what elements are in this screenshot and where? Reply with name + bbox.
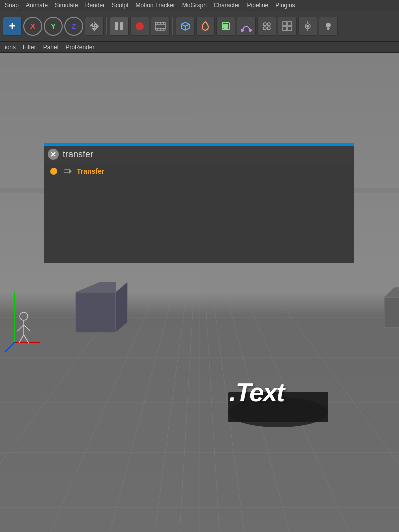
- 3d-viewport[interactable]: .Text: [0, 53, 399, 532]
- svg-point-21: [263, 27, 266, 30]
- search-input-field[interactable]: [63, 149, 350, 160]
- svg-point-31: [326, 23, 331, 28]
- menu-mograph[interactable]: MoGraph: [179, 1, 210, 10]
- result-orange-circle-icon: [50, 168, 57, 175]
- menu-motion-tracker[interactable]: Motion Tracker: [132, 1, 178, 10]
- svg-point-22: [267, 27, 270, 30]
- subtool-panel[interactable]: Panel: [40, 43, 62, 52]
- svg-point-17: [241, 29, 243, 31]
- svg-point-28: [307, 25, 309, 27]
- record-button[interactable]: [130, 17, 149, 36]
- subtool-filter[interactable]: Filter: [20, 43, 39, 52]
- menu-plugins[interactable]: Plugins: [272, 1, 298, 10]
- svg-point-19: [263, 23, 266, 26]
- svg-rect-25: [283, 27, 287, 31]
- grid-tool[interactable]: [278, 17, 297, 36]
- subtool-prorender[interactable]: ProRender: [62, 43, 97, 52]
- result-arrow-icon-wrapper: [63, 166, 73, 176]
- deformer-tool[interactable]: [257, 17, 276, 36]
- menu-simulate[interactable]: Simulate: [52, 1, 81, 10]
- separator-1: [106, 17, 107, 35]
- filmstrip-button[interactable]: [151, 17, 170, 36]
- svg-rect-26: [288, 27, 292, 31]
- search-dialog: Transfer: [44, 143, 354, 263]
- separator-2: [172, 17, 173, 35]
- pen-tool[interactable]: [196, 17, 215, 36]
- svg-rect-24: [288, 22, 292, 26]
- search-input-row: [44, 146, 354, 163]
- svg-point-20: [267, 23, 270, 26]
- svg-marker-77: [69, 168, 72, 174]
- extrude-tool[interactable]: [216, 17, 235, 36]
- axis-z-button[interactable]: Z: [64, 17, 83, 36]
- result-icon-wrapper: [49, 166, 59, 176]
- svg-rect-57: [76, 292, 116, 332]
- svg-rect-23: [283, 22, 287, 26]
- menu-snap[interactable]: Snap: [2, 1, 22, 10]
- menu-pipeline[interactable]: Pipeline: [244, 1, 272, 10]
- cube-tool[interactable]: [176, 17, 195, 36]
- play-button[interactable]: [110, 17, 129, 36]
- sub-toolbar: ions Filter Panel ProRender: [0, 42, 399, 53]
- svg-point-2: [136, 22, 144, 30]
- result-label-transfer: Transfer: [77, 167, 104, 175]
- axis-x-button[interactable]: X: [23, 17, 42, 36]
- search-close-button[interactable]: [48, 149, 59, 160]
- search-results-panel: Transfer: [44, 163, 354, 263]
- svg-rect-0: [115, 22, 118, 30]
- menu-character[interactable]: Character: [211, 1, 243, 10]
- grid-svg: [0, 53, 399, 532]
- menu-bar: Snap Animate Simulate Render Sculpt Moti…: [0, 0, 399, 11]
- search-result-transfer[interactable]: Transfer: [44, 163, 354, 179]
- svg-rect-71: [384, 297, 399, 327]
- svg-rect-32: [327, 28, 330, 29]
- menu-animate[interactable]: Animate: [23, 1, 51, 10]
- svg-line-13: [185, 24, 189, 26]
- menu-sculpt[interactable]: Sculpt: [109, 1, 131, 10]
- main-toolbar: + X Y Z: [0, 11, 399, 42]
- svg-rect-1: [120, 22, 123, 30]
- 3d-text: .Text: [229, 377, 284, 407]
- svg-line-12: [181, 24, 185, 26]
- add-button[interactable]: +: [3, 17, 22, 36]
- transform-button[interactable]: [85, 17, 104, 36]
- menu-render[interactable]: Render: [82, 1, 108, 10]
- subtool-ions[interactable]: ions: [2, 43, 19, 52]
- camera-tool[interactable]: [298, 17, 317, 36]
- svg-rect-16: [224, 24, 228, 28]
- svg-rect-33: [327, 29, 329, 30]
- axis-y-button[interactable]: Y: [44, 17, 63, 36]
- result-highlight: Transfer: [77, 167, 104, 175]
- spline-tool[interactable]: [237, 17, 256, 36]
- svg-point-18: [249, 29, 251, 31]
- light-tool[interactable]: [319, 17, 338, 36]
